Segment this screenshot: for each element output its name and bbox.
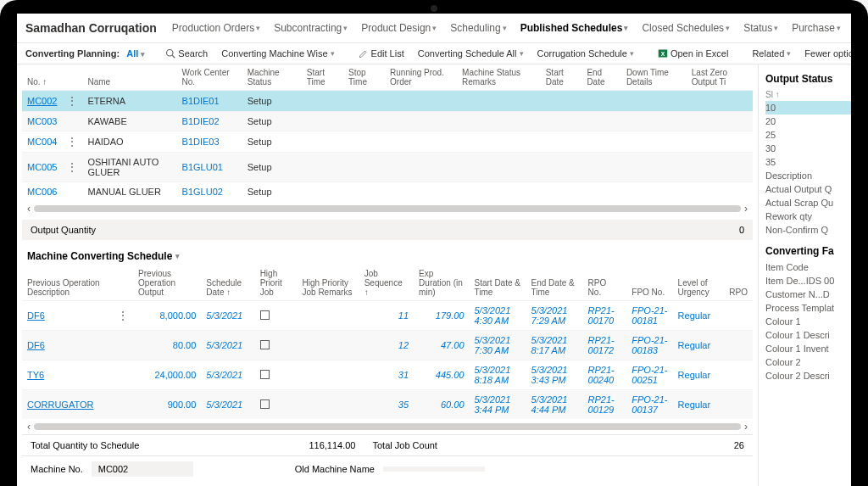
col-header[interactable]: Start Date & Time xyxy=(470,265,526,301)
fact-item[interactable]: Item Code xyxy=(765,260,851,274)
col-header[interactable] xyxy=(113,265,133,301)
table-row[interactable]: MC002⋮ETERNAB1DIE01Setup xyxy=(22,91,753,112)
col-header[interactable]: Work Center No. xyxy=(177,64,242,91)
col-header[interactable]: RPO No. xyxy=(583,265,627,301)
col-header[interactable]: Machine Status Remarks xyxy=(457,64,541,91)
scroll-left-icon[interactable]: ‹ xyxy=(27,421,31,433)
fact-item[interactable]: Colour 1 Invent xyxy=(765,342,851,355)
rpo-no[interactable]: RP21-00172 xyxy=(583,331,627,360)
work-center-link[interactable]: B1DIE03 xyxy=(182,137,220,147)
col-header[interactable]: No. ↑ xyxy=(22,64,62,91)
prev-op-link[interactable]: TY6 xyxy=(27,370,44,380)
fact-item[interactable]: Colour 2 Descri xyxy=(765,369,851,383)
col-header[interactable]: Down Time Details xyxy=(621,64,687,91)
open-excel-cmd[interactable]: XOpen in Excel xyxy=(654,47,732,60)
nav-product-design[interactable]: Product Design ▾ xyxy=(356,20,442,36)
col-header[interactable]: Job Sequence ↑ xyxy=(359,265,414,301)
search-cmd[interactable]: Search xyxy=(162,47,211,60)
scroll-right-icon[interactable]: › xyxy=(744,203,748,215)
sl-item[interactable]: 25 xyxy=(765,128,851,142)
fact-item[interactable]: Non-Confirm Q xyxy=(765,223,851,237)
fact-item[interactable]: Description xyxy=(765,169,851,182)
machine-no-link[interactable]: MC003 xyxy=(27,116,57,126)
scrollbar-track[interactable] xyxy=(34,205,741,212)
col-header[interactable]: Name xyxy=(82,64,176,91)
rpo-no[interactable]: RP21-00240 xyxy=(583,360,627,390)
nav-production-orders[interactable]: Production Orders ▾ xyxy=(167,20,265,36)
col-header[interactable]: Schedule Date ↑ xyxy=(201,265,254,301)
job-seq[interactable]: 12 xyxy=(359,331,414,360)
prev-output[interactable]: 900.00 xyxy=(133,390,201,420)
scroll-left-icon[interactable]: ‹ xyxy=(27,203,31,215)
prev-op-link[interactable]: DF6 xyxy=(27,340,45,350)
col-header[interactable] xyxy=(62,64,82,91)
row-actions-icon[interactable]: ⋮ xyxy=(118,310,128,321)
table-row[interactable]: CORRUGATOR900.005/3/20213560.005/3/2021 … xyxy=(22,390,753,420)
high-priority-checkbox[interactable] xyxy=(260,310,270,320)
fact-item[interactable]: Colour 2 xyxy=(765,355,851,369)
row-actions-icon[interactable]: ⋮ xyxy=(67,136,77,148)
schedule-date[interactable]: 5/3/2021 xyxy=(201,360,254,390)
scrollbar-track[interactable] xyxy=(34,423,741,430)
schedule-date[interactable]: 5/3/2021 xyxy=(201,331,254,360)
schedule-date[interactable]: 5/3/2021 xyxy=(201,301,254,331)
row-actions-icon[interactable]: ⋮ xyxy=(67,161,77,173)
work-center-link[interactable]: B1GLU01 xyxy=(182,162,223,172)
machine-no-value[interactable]: MC002 xyxy=(92,461,193,477)
machine-wise-cmd[interactable]: Converting Machine Wise ▾ xyxy=(218,47,337,60)
machine-no-link[interactable]: MC005 xyxy=(27,162,57,172)
fact-item[interactable]: Customer N...D xyxy=(765,288,851,301)
fact-item[interactable]: Actual Scrap Qu xyxy=(765,196,851,209)
col-header[interactable]: Level of Urgency xyxy=(673,265,725,301)
schedule-all-cmd[interactable]: Converting Schedule All ▾ xyxy=(415,47,527,60)
prev-output[interactable]: 24,000.00 xyxy=(133,360,201,390)
prev-op-link[interactable]: DF6 xyxy=(27,310,45,321)
col-header[interactable]: High Priority Job Remarks xyxy=(297,265,359,301)
related-cmd[interactable]: Related ▾ xyxy=(748,47,794,60)
row-actions-icon[interactable]: ⋮ xyxy=(67,95,77,107)
sl-item[interactable]: 30 xyxy=(765,142,851,155)
schedule-date[interactable]: 5/3/2021 xyxy=(201,390,254,420)
high-priority-checkbox[interactable] xyxy=(260,399,270,409)
high-priority-checkbox[interactable] xyxy=(260,370,270,379)
fact-item[interactable]: Colour 1 xyxy=(765,315,851,328)
col-header[interactable]: End Date & Time xyxy=(526,265,583,301)
sl-item[interactable]: 20 xyxy=(765,115,851,128)
nav-subcontracting[interactable]: Subcontracting ▾ xyxy=(269,20,353,36)
filter-all[interactable]: All ▾ xyxy=(126,48,145,59)
job-seq[interactable]: 31 xyxy=(359,360,414,390)
col-header[interactable]: FPO No. xyxy=(626,265,672,301)
hscroll-1[interactable]: ‹ › xyxy=(22,201,753,216)
fpo-no[interactable]: FPO-21-00251 xyxy=(626,360,672,390)
col-header[interactable]: RPO xyxy=(724,265,753,301)
fpo-no[interactable]: FPO-21-00183 xyxy=(626,331,672,360)
sl-item[interactable]: 10 xyxy=(765,101,851,115)
nav-scheduling[interactable]: Scheduling ▾ xyxy=(445,20,511,36)
job-seq[interactable]: 35 xyxy=(359,390,414,420)
rpo-no[interactable]: RP21-00170 xyxy=(583,301,627,331)
edit-list-cmd[interactable]: Edit List xyxy=(355,47,408,60)
table-row[interactable]: MC004⋮HAIDAOB1DIE03Setup xyxy=(22,131,753,153)
machine-no-link[interactable]: MC004 xyxy=(27,137,57,147)
machine-no-link[interactable]: MC006 xyxy=(27,187,57,197)
col-header[interactable]: Start Time xyxy=(302,64,343,91)
nav-status[interactable]: Status ▾ xyxy=(738,20,783,36)
col-header[interactable]: High Priorit Job xyxy=(255,265,298,301)
col-header[interactable]: Start Date xyxy=(541,64,582,91)
machine-no-link[interactable]: MC002 xyxy=(27,96,57,106)
table-row[interactable]: MC005⋮OSHITANI AUTO GLUERB1GLU01Setup xyxy=(22,153,753,182)
work-center-link[interactable]: B1GLU02 xyxy=(182,187,223,197)
col-header[interactable]: Stop Time xyxy=(343,64,385,91)
nav-closed-schedules[interactable]: Closed Schedules ▾ xyxy=(637,20,735,36)
fact-item[interactable]: Colour 1 Descri xyxy=(765,328,851,342)
fewer-options-cmd[interactable]: Fewer options xyxy=(801,47,851,60)
prev-output[interactable]: 80.00 xyxy=(133,331,201,360)
table-row[interactable]: MC003KAWABEB1DIE02Setup xyxy=(22,112,753,131)
prev-output[interactable]: 8,000.00 xyxy=(133,301,201,331)
col-header[interactable]: Running Prod. Order xyxy=(385,64,457,91)
col-header[interactable]: End Date xyxy=(581,64,621,91)
col-header[interactable]: Previous Operation Output xyxy=(133,265,201,301)
rpo-no[interactable]: RP21-00129 xyxy=(583,390,627,420)
work-center-link[interactable]: B1DIE01 xyxy=(182,96,220,106)
col-header[interactable]: Exp Duration (in min) xyxy=(414,265,469,301)
